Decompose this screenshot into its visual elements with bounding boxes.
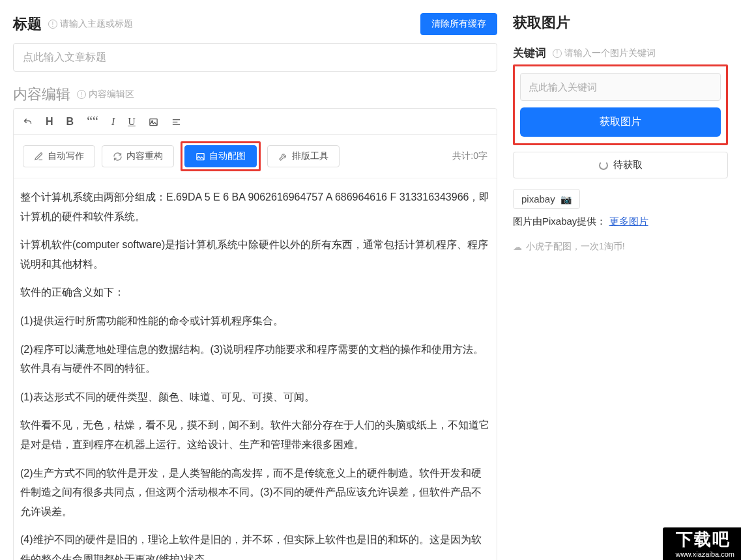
auto-image-highlight: 自动配图 bbox=[181, 141, 261, 171]
paragraph: 软件的正确含义如下： bbox=[20, 283, 490, 302]
editor-container: H B ““ I U 自动写作 bbox=[13, 108, 497, 560]
bold-icon[interactable]: B bbox=[66, 116, 74, 128]
auto-image-button[interactable]: 自动配图 bbox=[184, 145, 257, 167]
refresh-icon bbox=[113, 152, 123, 161]
paragraph: (2)程序可以满意地处理信息的数据结构。(3)说明程序功能要求和程序需要的文档的… bbox=[20, 340, 490, 378]
content-label: 内容编辑 bbox=[13, 85, 70, 104]
footer-note: 小虎子配图，一次1淘币! bbox=[513, 241, 728, 253]
info-icon: ! bbox=[77, 90, 86, 99]
info-icon: ! bbox=[553, 49, 562, 58]
provider-line: 图片由Pixabay提供： 更多图片 bbox=[513, 216, 728, 228]
editor-toolbar: H B ““ I U bbox=[14, 109, 497, 135]
title-label: 标题 bbox=[13, 14, 42, 34]
more-images-link[interactable]: 更多图片 bbox=[609, 216, 648, 227]
title-hint: ! 请输入主题或标题 bbox=[48, 18, 133, 30]
paragraph: 整个计算机系统由两部分组成：E.69DA 5 E 6 BA 9062616964… bbox=[20, 188, 490, 226]
word-count: 共计:0字 bbox=[452, 150, 487, 162]
restructure-button[interactable]: 内容重构 bbox=[102, 145, 174, 167]
title-input[interactable] bbox=[13, 43, 497, 72]
italic-icon[interactable]: I bbox=[111, 116, 115, 128]
content-hint: ! 内容编辑区 bbox=[77, 89, 134, 100]
pixabay-tag: pixabay 📷 bbox=[513, 189, 580, 209]
camera-icon: 📷 bbox=[558, 194, 572, 204]
keyword-label: 关键词 bbox=[513, 46, 546, 61]
keyword-highlight-box: 获取图片 bbox=[513, 64, 728, 145]
paragraph: (2)生产方式不同的软件是开发，是人类智能的高发挥，而不是传统意义上的硬件制造。… bbox=[20, 464, 490, 522]
heading-icon[interactable]: H bbox=[46, 116, 53, 128]
title-header: 标题 ! 请输入主题或标题 清除所有缓存 bbox=[13, 13, 497, 35]
layout-tool-button[interactable]: 排版工具 bbox=[267, 145, 340, 167]
underline-icon[interactable]: U bbox=[128, 116, 136, 128]
clear-cache-button[interactable]: 清除所有缓存 bbox=[420, 13, 497, 35]
editor-body[interactable]: 整个计算机系统由两部分组成：E.69DA 5 E 6 BA 9062616964… bbox=[14, 178, 497, 560]
spinner-icon bbox=[599, 161, 608, 170]
paragraph: (1)提供运行时所需功能和性能的命令或计算机程序集合。 bbox=[20, 311, 490, 331]
picture-icon bbox=[196, 152, 205, 161]
cloud-icon bbox=[513, 242, 522, 252]
pencil-icon bbox=[34, 152, 44, 161]
content-header: 内容编辑 ! 内容编辑区 bbox=[13, 85, 497, 104]
keyword-header: 关键词 ! 请输入一个图片关键词 bbox=[513, 46, 728, 61]
tool-icon bbox=[278, 152, 288, 161]
paragraph: 计算机软件(computer software)是指计算机系统中除硬件以外的所有… bbox=[20, 235, 490, 273]
keyword-hint: ! 请输入一个图片关键词 bbox=[553, 48, 656, 59]
action-row: 自动写作 内容重构 自动配图 排版工具 bbox=[14, 135, 497, 178]
watermark: 下载吧 www.xiazaiba.com bbox=[663, 527, 741, 560]
paragraph: 软件看不见，无色，枯燥，看不见，摸不到，闻不到。软件大部分存在于人们的头脑或纸上… bbox=[20, 415, 490, 454]
paragraph: (1)表达形式不同的硬件类型、颜色、味道、可见、可摸、可闻。 bbox=[20, 387, 490, 407]
pending-button[interactable]: 待获取 bbox=[513, 152, 728, 178]
info-icon: ! bbox=[48, 20, 57, 29]
fetch-image-button[interactable]: 获取图片 bbox=[520, 107, 721, 137]
undo-icon[interactable] bbox=[23, 116, 33, 128]
quote-icon[interactable]: ““ bbox=[87, 114, 98, 129]
image-panel-title: 获取图片 bbox=[513, 13, 728, 33]
align-icon[interactable] bbox=[171, 116, 181, 128]
paragraph: (4)维护不同的硬件是旧的，理论上软件是旧的，并不坏，但实际上软件也是旧的和坏的… bbox=[20, 530, 490, 560]
keyword-input[interactable] bbox=[520, 73, 721, 101]
image-icon[interactable] bbox=[149, 116, 158, 128]
auto-write-button[interactable]: 自动写作 bbox=[23, 145, 95, 167]
